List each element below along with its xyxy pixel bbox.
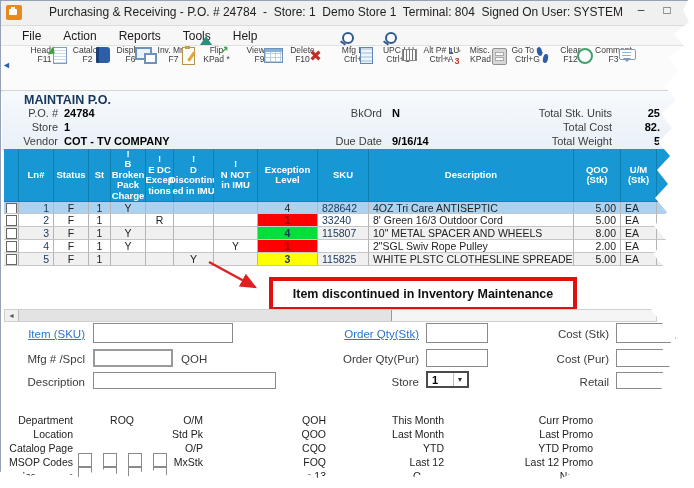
store-select[interactable]: 1 ▼ xyxy=(426,371,469,388)
cell-status: F xyxy=(54,227,89,240)
menu-action[interactable]: Action xyxy=(52,26,107,45)
stat-label: Std Pk xyxy=(133,427,203,441)
toolbar: HeaderF11CatalogF2DisplayF6Inv. Mnt.F7Fl… xyxy=(23,46,635,89)
order-qty-stk-input[interactable] xyxy=(426,323,488,343)
cell-qoo: 5.00 xyxy=(574,214,621,227)
description-input[interactable] xyxy=(93,372,276,389)
cell-desc: WHITE PLSTC CLOTHESLINE SPREADER xyxy=(369,253,574,266)
row-select-checkbox[interactable] xyxy=(6,215,17,226)
row-select-cell xyxy=(4,214,19,227)
order-qty-pur-label: Order Qty(Pur) xyxy=(331,353,419,365)
toolbar-upc-lu-button[interactable]: UPC LUCtrl+U xyxy=(377,46,420,89)
scrollbar-left-arrow-icon[interactable]: ◄ xyxy=(5,310,19,321)
cell-qoo: 5.00 xyxy=(574,253,621,266)
toolbar-flip-kpad-button[interactable]: FlipKPad * xyxy=(195,46,238,89)
toolbar-band: ◄ HeaderF11CatalogF2DisplayF6Inv. Mnt.F7… xyxy=(1,46,693,92)
user-code-checkbox[interactable] xyxy=(153,467,167,481)
title-bar: Purchasing & Receiving - P.O. # 24784 - … xyxy=(1,1,693,26)
stat-label: This Month xyxy=(344,413,444,427)
msop-code-checkbox[interactable] xyxy=(128,453,142,467)
toolbar-display-button[interactable]: DisplayF6 xyxy=(109,46,152,89)
grid-row-1[interactable]: 1F1Y48286424OZ Tri Care ANTISEPTIC5.00EA xyxy=(4,201,673,214)
cell-disc xyxy=(174,214,214,227)
toolbar-clear-button[interactable]: ClearF12 xyxy=(549,46,592,89)
user-code-checkbox[interactable] xyxy=(128,467,142,481)
cell-st: 1 xyxy=(89,214,111,227)
grid-row-2[interactable]: 2F1R1332408' Green 16/3 Outdoor Cord5.00… xyxy=(4,214,673,227)
row-select-cell xyxy=(4,202,19,214)
cell-nimu: Y xyxy=(214,240,258,253)
col-header-bpc: ! B Broken Pack Charge xyxy=(111,149,146,201)
msop-code-checkbox[interactable] xyxy=(103,453,117,467)
toolbar-scroll-left-icon[interactable]: ◄ xyxy=(2,60,11,70)
row-select-checkbox[interactable] xyxy=(6,241,17,252)
item-sku-link[interactable]: Item (SKU) xyxy=(9,328,85,340)
stat-label: Location xyxy=(3,427,73,441)
menu-help[interactable]: Help xyxy=(222,26,269,45)
bkord-label: BkOrd xyxy=(330,107,382,119)
order-qty-pur-input[interactable] xyxy=(426,349,488,367)
cost-stk-input[interactable] xyxy=(616,323,676,343)
cell-ln: 3 xyxy=(19,227,54,240)
annotation-callout: Item discontinued in Inventory Maintenan… xyxy=(269,277,577,311)
toolbar-header-button[interactable]: HeaderF11 xyxy=(23,46,66,89)
cell-st: 1 xyxy=(89,227,111,240)
toolbar-go-to-button[interactable]: Go To ...Ctrl+G xyxy=(506,46,549,89)
toolbar-mfg-lu-button[interactable]: Mfg LUCtrl+L xyxy=(334,46,377,89)
cell-status: F xyxy=(54,202,89,214)
grid-row-4[interactable]: 4F1YY12"SGL Swiv Rope Pulley2.00EA xyxy=(4,240,673,253)
menu-file[interactable]: File xyxy=(11,26,52,45)
grid-row-5[interactable]: 5F1Y3115825WHITE PLSTC CLOTHESLINE SPREA… xyxy=(4,253,673,266)
menu-tools[interactable]: Tools xyxy=(172,26,222,45)
toolbar-catalog-button[interactable]: CatalogF2 xyxy=(66,46,109,89)
vendor-label: Vendor xyxy=(10,135,58,147)
cell-edc xyxy=(146,227,174,240)
toolbar-viewer-button[interactable]: ViewerF9 xyxy=(238,46,281,89)
scrollbar-thumb[interactable] xyxy=(19,310,392,321)
grid-row-3[interactable]: 3F1Y411580710" METAL SPACER AND WHEELS8.… xyxy=(4,227,673,240)
chevron-down-icon[interactable]: ▼ xyxy=(453,373,466,386)
cell-um: EA xyxy=(621,202,657,214)
row-select-checkbox[interactable] xyxy=(6,203,17,214)
cell-bpc: Y xyxy=(111,227,146,240)
toolbar-alt-pn-lu-button[interactable]: 13Alt P# LUCtrl+A xyxy=(420,46,463,89)
toolbar-comment-button[interactable]: CommentF3 xyxy=(592,46,635,89)
horizontal-scrollbar[interactable]: ◄ xyxy=(4,309,657,322)
stat-label: QOH xyxy=(246,413,326,427)
stat-label: Department xyxy=(3,413,73,427)
msop-code-checkbox[interactable] xyxy=(153,453,167,467)
cell-desc: 2"SGL Swiv Rope Pulley xyxy=(369,240,574,253)
stat-label: FOQ xyxy=(246,455,326,469)
maximize-button[interactable]: □ xyxy=(659,3,675,17)
col-header-nimu: ! N NOT in IMU xyxy=(214,149,258,201)
menu-reports[interactable]: Reports xyxy=(108,26,172,45)
order-qty-stk-link[interactable]: Order Qty(Stk) xyxy=(331,328,419,340)
toolbar-misc-kpad-button[interactable]: Misc. ...KPad -- xyxy=(463,46,506,89)
user-code-checkbox[interactable] xyxy=(78,467,92,481)
item-sku-input[interactable] xyxy=(93,323,233,343)
row-select-checkbox[interactable] xyxy=(6,228,17,239)
msop-codes-checkboxes xyxy=(78,453,178,467)
toolbar-delete-button[interactable]: DeleteF10 xyxy=(281,46,324,89)
grid-header: Ln#StatusSt! B Broken Pack Charge! E DC … xyxy=(4,149,673,201)
toolbar-inv-mnt-button[interactable]: Inv. Mnt.F7 xyxy=(152,46,195,89)
cost-pur-input[interactable] xyxy=(616,349,676,367)
cell-ln: 5 xyxy=(19,253,54,266)
total-weight-value: 5 xyxy=(605,135,660,147)
cell-edc xyxy=(146,202,174,214)
retail-input[interactable] xyxy=(616,372,676,389)
row-select-checkbox[interactable] xyxy=(6,254,17,265)
row-select-cell xyxy=(4,240,19,253)
cost-pur-label: Cost (Pur) xyxy=(521,353,609,365)
toolbar-shortcut: KPad * xyxy=(195,55,238,64)
total-weight-label: Total Weight xyxy=(482,135,612,147)
cell-level: 4 xyxy=(258,202,318,214)
msop-code-checkbox[interactable] xyxy=(78,453,92,467)
cell-edc xyxy=(146,253,174,266)
mfg-spcl-input[interactable] xyxy=(93,349,173,367)
col-header-st: St xyxy=(89,149,111,201)
stat-label: Last Promo xyxy=(473,427,593,441)
minimize-button[interactable]: – xyxy=(633,3,649,17)
user-code-checkbox[interactable] xyxy=(103,467,117,481)
cell-bpc xyxy=(111,253,146,266)
